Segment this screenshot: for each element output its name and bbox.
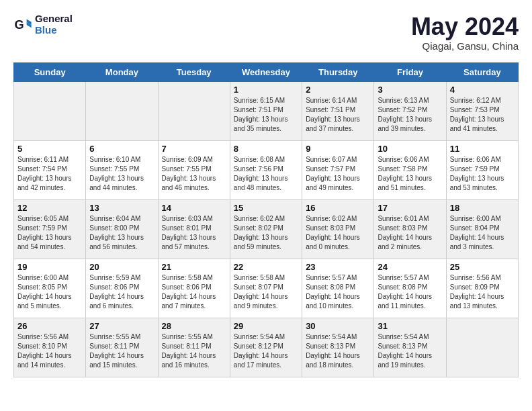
calendar-week-row: 12Sunrise: 6:05 AM Sunset: 7:59 PM Dayli…: [14, 199, 519, 259]
day-info: Sunrise: 6:06 AM Sunset: 7:59 PM Dayligh…: [450, 155, 515, 193]
calendar-cell: 8Sunrise: 6:08 AM Sunset: 7:56 PM Daylig…: [230, 140, 302, 199]
day-number: 11: [450, 144, 515, 154]
day-info: Sunrise: 6:00 AM Sunset: 8:05 PM Dayligh…: [17, 273, 82, 311]
calendar-cell: [14, 81, 86, 140]
logo-icon: G: [13, 15, 32, 34]
weekday-header: Tuesday: [158, 62, 230, 81]
calendar-cell: 5Sunrise: 6:11 AM Sunset: 7:54 PM Daylig…: [14, 140, 86, 199]
calendar-cell: 9Sunrise: 6:07 AM Sunset: 7:57 PM Daylig…: [302, 140, 374, 199]
calendar-cell: 13Sunrise: 6:04 AM Sunset: 8:00 PM Dayli…: [86, 199, 158, 259]
day-info: Sunrise: 6:13 AM Sunset: 7:52 PM Dayligh…: [378, 96, 442, 134]
day-number: 31: [378, 321, 442, 331]
calendar-cell: 29Sunrise: 5:54 AM Sunset: 8:12 PM Dayli…: [230, 318, 302, 377]
day-number: 12: [17, 203, 82, 213]
day-number: 7: [162, 144, 226, 154]
calendar-cell: 6Sunrise: 6:10 AM Sunset: 7:55 PM Daylig…: [86, 140, 158, 199]
day-number: 19: [17, 262, 82, 272]
day-number: 25: [450, 262, 515, 272]
calendar-cell: 19Sunrise: 6:00 AM Sunset: 8:05 PM Dayli…: [14, 259, 86, 318]
day-number: 30: [306, 321, 370, 331]
page-header: G General Blue May 2024 Qiagai, Gansu, C…: [13, 13, 519, 52]
day-info: Sunrise: 6:05 AM Sunset: 7:59 PM Dayligh…: [17, 214, 82, 252]
day-info: Sunrise: 6:15 AM Sunset: 7:51 PM Dayligh…: [234, 96, 298, 134]
day-number: 24: [378, 262, 442, 272]
day-number: 2: [306, 85, 370, 95]
day-number: 3: [378, 85, 442, 95]
calendar-cell: 12Sunrise: 6:05 AM Sunset: 7:59 PM Dayli…: [14, 199, 86, 259]
calendar-cell: 10Sunrise: 6:06 AM Sunset: 7:58 PM Dayli…: [374, 140, 446, 199]
calendar-cell: 3Sunrise: 6:13 AM Sunset: 7:52 PM Daylig…: [374, 81, 446, 140]
day-info: Sunrise: 6:12 AM Sunset: 7:53 PM Dayligh…: [450, 96, 515, 134]
day-info: Sunrise: 6:08 AM Sunset: 7:56 PM Dayligh…: [234, 155, 298, 193]
calendar-week-row: 5Sunrise: 6:11 AM Sunset: 7:54 PM Daylig…: [14, 140, 519, 199]
calendar-cell: 25Sunrise: 5:56 AM Sunset: 8:09 PM Dayli…: [446, 259, 518, 318]
day-info: Sunrise: 5:54 AM Sunset: 8:13 PM Dayligh…: [378, 332, 442, 370]
calendar-cell: 16Sunrise: 6:02 AM Sunset: 8:03 PM Dayli…: [302, 199, 374, 259]
day-info: Sunrise: 5:57 AM Sunset: 8:08 PM Dayligh…: [306, 273, 370, 311]
calendar-cell: 24Sunrise: 5:57 AM Sunset: 8:08 PM Dayli…: [374, 259, 446, 318]
day-info: Sunrise: 5:54 AM Sunset: 8:13 PM Dayligh…: [306, 332, 370, 370]
day-info: Sunrise: 6:06 AM Sunset: 7:58 PM Dayligh…: [378, 155, 442, 193]
calendar-cell: 17Sunrise: 6:01 AM Sunset: 8:03 PM Dayli…: [374, 199, 446, 259]
calendar-header-row: SundayMondayTuesdayWednesdayThursdayFrid…: [14, 62, 519, 81]
calendar-cell: 22Sunrise: 5:58 AM Sunset: 8:07 PM Dayli…: [230, 259, 302, 318]
location: Qiagai, Gansu, China: [411, 40, 519, 52]
calendar-cell: 1Sunrise: 6:15 AM Sunset: 7:51 PM Daylig…: [230, 81, 302, 140]
day-number: 9: [306, 144, 370, 154]
month-title: May 2024: [411, 13, 519, 40]
calendar-week-row: 19Sunrise: 6:00 AM Sunset: 8:05 PM Dayli…: [14, 259, 519, 318]
day-info: Sunrise: 5:56 AM Sunset: 8:09 PM Dayligh…: [450, 273, 515, 311]
logo-line2: Blue: [35, 25, 73, 36]
day-info: Sunrise: 6:14 AM Sunset: 7:51 PM Dayligh…: [306, 96, 370, 134]
calendar-cell: 31Sunrise: 5:54 AM Sunset: 8:13 PM Dayli…: [374, 318, 446, 377]
day-info: Sunrise: 5:55 AM Sunset: 8:11 PM Dayligh…: [162, 332, 226, 370]
day-number: 28: [162, 321, 226, 331]
day-info: Sunrise: 5:56 AM Sunset: 8:10 PM Dayligh…: [17, 332, 82, 370]
day-info: Sunrise: 6:07 AM Sunset: 7:57 PM Dayligh…: [306, 155, 370, 193]
day-number: 20: [89, 262, 154, 272]
weekday-header: Monday: [86, 62, 158, 81]
calendar-cell: 30Sunrise: 5:54 AM Sunset: 8:13 PM Dayli…: [302, 318, 374, 377]
calendar-cell: 14Sunrise: 6:03 AM Sunset: 8:01 PM Dayli…: [158, 199, 230, 259]
day-info: Sunrise: 6:09 AM Sunset: 7:55 PM Dayligh…: [162, 155, 226, 193]
day-info: Sunrise: 6:00 AM Sunset: 8:04 PM Dayligh…: [450, 214, 515, 252]
day-number: 16: [306, 203, 370, 213]
calendar-cell: 15Sunrise: 6:02 AM Sunset: 8:02 PM Dayli…: [230, 199, 302, 259]
calendar: SundayMondayTuesdayWednesdayThursdayFrid…: [13, 62, 519, 377]
calendar-cell: 4Sunrise: 6:12 AM Sunset: 7:53 PM Daylig…: [446, 81, 518, 140]
day-number: 22: [234, 262, 298, 272]
day-number: 29: [234, 321, 298, 331]
day-info: Sunrise: 6:03 AM Sunset: 8:01 PM Dayligh…: [162, 214, 226, 252]
day-number: 1: [234, 85, 298, 95]
day-number: 21: [162, 262, 226, 272]
day-number: 27: [89, 321, 154, 331]
calendar-week-row: 26Sunrise: 5:56 AM Sunset: 8:10 PM Dayli…: [14, 318, 519, 377]
weekday-header: Wednesday: [230, 62, 302, 81]
logo-line1: General: [35, 13, 73, 25]
calendar-cell: [158, 81, 230, 140]
title-block: May 2024 Qiagai, Gansu, China: [411, 13, 519, 52]
calendar-cell: 27Sunrise: 5:55 AM Sunset: 8:11 PM Dayli…: [86, 318, 158, 377]
calendar-cell: 11Sunrise: 6:06 AM Sunset: 7:59 PM Dayli…: [446, 140, 518, 199]
day-info: Sunrise: 6:11 AM Sunset: 7:54 PM Dayligh…: [17, 155, 82, 193]
calendar-cell: 18Sunrise: 6:00 AM Sunset: 8:04 PM Dayli…: [446, 199, 518, 259]
logo: G General Blue: [13, 13, 73, 36]
day-number: 4: [450, 85, 515, 95]
day-info: Sunrise: 6:04 AM Sunset: 8:00 PM Dayligh…: [89, 214, 154, 252]
calendar-cell: 26Sunrise: 5:56 AM Sunset: 8:10 PM Dayli…: [14, 318, 86, 377]
calendar-cell: 28Sunrise: 5:55 AM Sunset: 8:11 PM Dayli…: [158, 318, 230, 377]
calendar-cell: 7Sunrise: 6:09 AM Sunset: 7:55 PM Daylig…: [158, 140, 230, 199]
day-info: Sunrise: 5:55 AM Sunset: 8:11 PM Dayligh…: [89, 332, 154, 370]
weekday-header: Saturday: [446, 62, 518, 81]
day-number: 18: [450, 203, 515, 213]
day-number: 17: [378, 203, 442, 213]
weekday-header: Friday: [374, 62, 446, 81]
day-number: 6: [89, 144, 154, 154]
day-number: 10: [378, 144, 442, 154]
calendar-cell: 20Sunrise: 5:59 AM Sunset: 8:06 PM Dayli…: [86, 259, 158, 318]
calendar-cell: 23Sunrise: 5:57 AM Sunset: 8:08 PM Dayli…: [302, 259, 374, 318]
day-info: Sunrise: 5:54 AM Sunset: 8:12 PM Dayligh…: [234, 332, 298, 370]
calendar-cell: [446, 318, 518, 377]
day-number: 13: [89, 203, 154, 213]
day-number: 26: [17, 321, 82, 331]
